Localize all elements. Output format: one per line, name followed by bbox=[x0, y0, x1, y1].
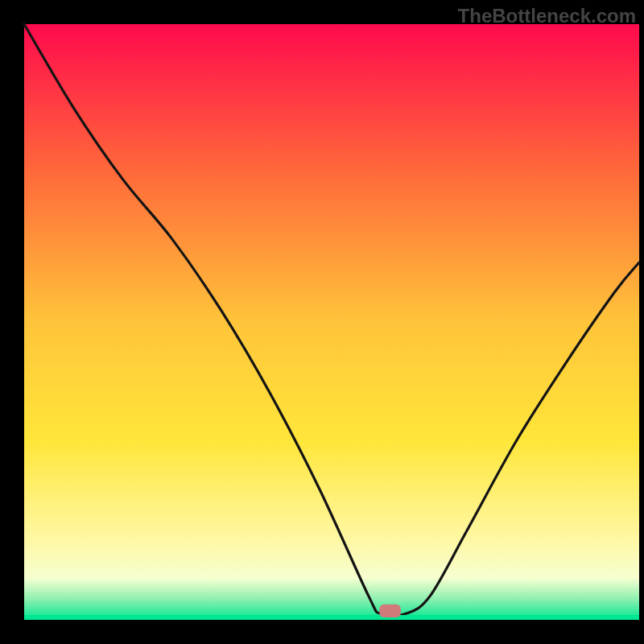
chart-container: TheBottleneck.com bbox=[0, 0, 644, 644]
gradient-background bbox=[24, 24, 639, 620]
bottleneck-chart bbox=[0, 0, 644, 644]
optimal-marker bbox=[379, 605, 401, 617]
baseline-strip bbox=[24, 615, 639, 620]
watermark-text: TheBottleneck.com bbox=[458, 5, 636, 27]
